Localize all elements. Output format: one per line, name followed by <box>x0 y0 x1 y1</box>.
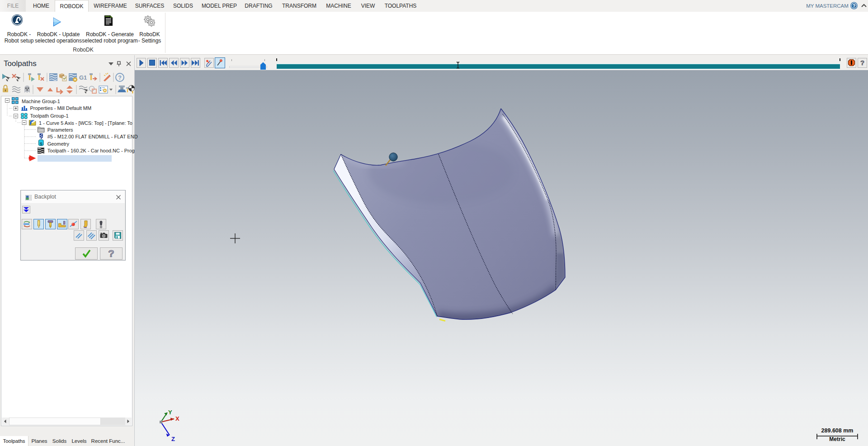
svg-text:?: ? <box>853 3 856 9</box>
svg-text:G1: G1 <box>79 74 87 81</box>
svg-text:?: ? <box>118 75 122 81</box>
svg-text:Z: Z <box>171 436 175 442</box>
svg-text:?: ? <box>860 59 864 66</box>
svg-text:?: ? <box>108 248 114 259</box>
svg-text:S: S <box>40 142 42 146</box>
svg-text:Y: Y <box>168 409 172 416</box>
svg-text:X: X <box>175 415 179 422</box>
